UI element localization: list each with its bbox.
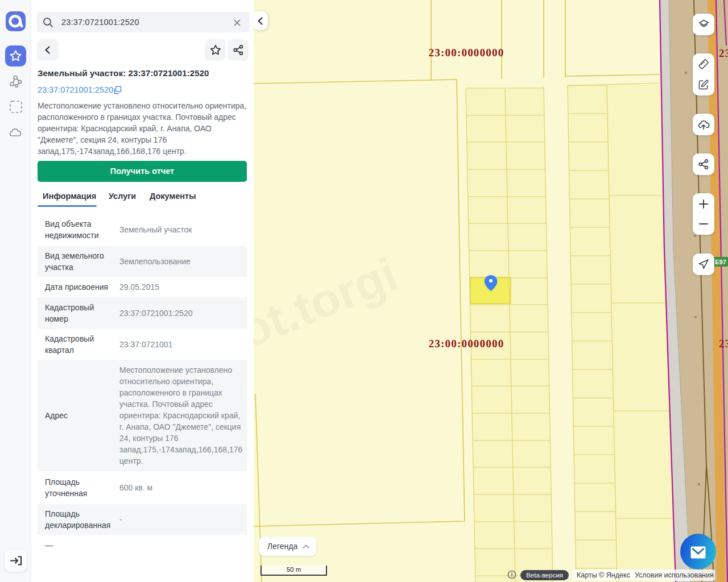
svg-text:23:0: 23:0 [719,47,728,59]
svg-text:Е97: Е97 [715,259,726,265]
svg-text:23:0: 23:0 [719,338,728,350]
svg-text:23:00:0000000: 23:00:0000000 [429,338,504,350]
svg-text:23:00:0000000: 23:00:0000000 [429,47,504,59]
